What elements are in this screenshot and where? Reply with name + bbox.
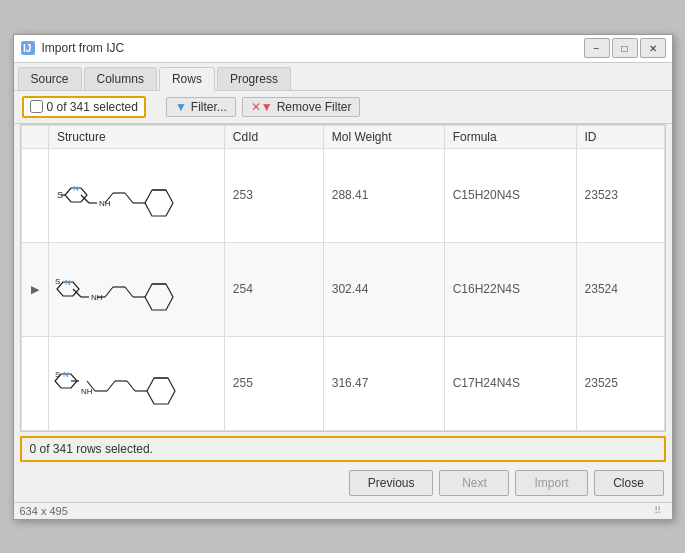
data-table-container[interactable]: Structure CdId Mol Weight Formula ID bbox=[20, 124, 666, 432]
structure-cell-2: NH S N bbox=[48, 242, 224, 336]
formula-cell-2: C16H22N4S bbox=[444, 242, 576, 336]
toolbar: 0 of 341 selected ▼ Filter... ✕▼ Remove … bbox=[14, 91, 672, 124]
title-bar-left: IJ Import from IJC bbox=[20, 40, 125, 56]
dimensions-label: 634 x 495 bbox=[20, 505, 68, 517]
svg-line-33 bbox=[107, 381, 115, 391]
cdid-cell-1: 253 bbox=[224, 148, 323, 242]
svg-marker-2 bbox=[145, 190, 173, 216]
previous-button[interactable]: Previous bbox=[349, 470, 434, 496]
filter-button[interactable]: ▼ Filter... bbox=[166, 97, 236, 117]
maximize-button[interactable]: □ bbox=[612, 38, 638, 58]
select-all-label: 0 of 341 selected bbox=[47, 100, 138, 114]
svg-text:N: N bbox=[65, 278, 71, 287]
tab-rows[interactable]: Rows bbox=[159, 67, 215, 91]
table-row[interactable]: NH S N 253 288.41 bbox=[21, 148, 664, 242]
svg-text:NH: NH bbox=[81, 387, 93, 396]
row-arrow-1 bbox=[21, 148, 48, 242]
table-row[interactable]: ▶ NH bbox=[21, 242, 664, 336]
remove-filter-label: Remove Filter bbox=[277, 100, 352, 114]
molweight-cell-1: 288.41 bbox=[323, 148, 444, 242]
select-all-container: 0 of 341 selected bbox=[22, 96, 146, 118]
svg-line-20 bbox=[105, 287, 113, 297]
id-cell-1: 23523 bbox=[576, 148, 664, 242]
title-bar: IJ Import from IJC − □ ✕ bbox=[14, 35, 672, 63]
svg-text:IJ: IJ bbox=[23, 43, 31, 54]
svg-line-10 bbox=[81, 195, 89, 203]
molweight-cell-3: 316.47 bbox=[323, 336, 444, 430]
tab-source[interactable]: Source bbox=[18, 67, 82, 90]
window-controls: − □ ✕ bbox=[584, 38, 666, 58]
svg-text:N: N bbox=[63, 370, 69, 379]
col-header-select bbox=[21, 125, 48, 148]
window-title: Import from IJC bbox=[42, 41, 125, 55]
import-button[interactable]: Import bbox=[515, 470, 587, 496]
remove-filter-icon: ✕▼ bbox=[251, 100, 273, 114]
col-header-cdid[interactable]: CdId bbox=[224, 125, 323, 148]
svg-marker-28 bbox=[147, 378, 175, 404]
action-bar: Previous Next Import Close bbox=[14, 464, 672, 502]
filter-icon: ▼ bbox=[175, 100, 187, 114]
data-table: Structure CdId Mol Weight Formula ID bbox=[21, 125, 665, 431]
cdid-cell-3: 255 bbox=[224, 336, 323, 430]
structure-cell-3: NH S N bbox=[48, 336, 224, 430]
id-cell-2: 23524 bbox=[576, 242, 664, 336]
molweight-cell-2: 302.44 bbox=[323, 242, 444, 336]
row-arrow-2: ▶ bbox=[21, 242, 48, 336]
main-window: IJ Import from IJC − □ ✕ Source Columns … bbox=[13, 34, 673, 520]
minimize-button[interactable]: − bbox=[584, 38, 610, 58]
resize-handle[interactable]: ⠿ bbox=[654, 505, 666, 517]
svg-line-24 bbox=[73, 289, 81, 297]
close-window-button[interactable]: ✕ bbox=[640, 38, 666, 58]
col-header-formula[interactable]: Formula bbox=[444, 125, 576, 148]
svg-line-18 bbox=[125, 287, 133, 297]
svg-line-31 bbox=[127, 381, 135, 391]
svg-line-5 bbox=[125, 193, 133, 203]
row-arrow-3 bbox=[21, 336, 48, 430]
id-cell-3: 23525 bbox=[576, 336, 664, 430]
status-bar: 0 of 341 rows selected. bbox=[20, 436, 666, 462]
formula-cell-3: C17H24N4S bbox=[444, 336, 576, 430]
tab-bar: Source Columns Rows Progress bbox=[14, 63, 672, 91]
filter-label: Filter... bbox=[191, 100, 227, 114]
svg-text:NH: NH bbox=[99, 199, 111, 208]
svg-text:NH: NH bbox=[91, 293, 103, 302]
close-button[interactable]: Close bbox=[594, 470, 664, 496]
tab-progress[interactable]: Progress bbox=[217, 67, 291, 90]
cdid-cell-2: 254 bbox=[224, 242, 323, 336]
select-all-checkbox[interactable] bbox=[30, 100, 43, 113]
svg-text:N: N bbox=[73, 184, 79, 193]
col-header-structure[interactable]: Structure bbox=[48, 125, 224, 148]
formula-cell-1: C15H20N4S bbox=[444, 148, 576, 242]
table-header-row: Structure CdId Mol Weight Formula ID bbox=[21, 125, 664, 148]
svg-text:S: S bbox=[55, 370, 60, 379]
svg-marker-15 bbox=[145, 284, 173, 310]
remove-filter-button[interactable]: ✕▼ Remove Filter bbox=[242, 97, 361, 117]
footer-bar: 634 x 495 ⠿ bbox=[14, 502, 672, 519]
status-text: 0 of 341 rows selected. bbox=[30, 442, 153, 456]
app-icon: IJ bbox=[20, 40, 36, 56]
structure-cell-1: NH S N bbox=[48, 148, 224, 242]
table-row[interactable]: NH S N 255 316.47 C17H24N4S 23525 bbox=[21, 336, 664, 430]
next-button[interactable]: Next bbox=[439, 470, 509, 496]
tab-columns[interactable]: Columns bbox=[84, 67, 157, 90]
col-header-id[interactable]: ID bbox=[576, 125, 664, 148]
svg-text:S: S bbox=[55, 277, 60, 286]
col-header-molweight[interactable]: Mol Weight bbox=[323, 125, 444, 148]
